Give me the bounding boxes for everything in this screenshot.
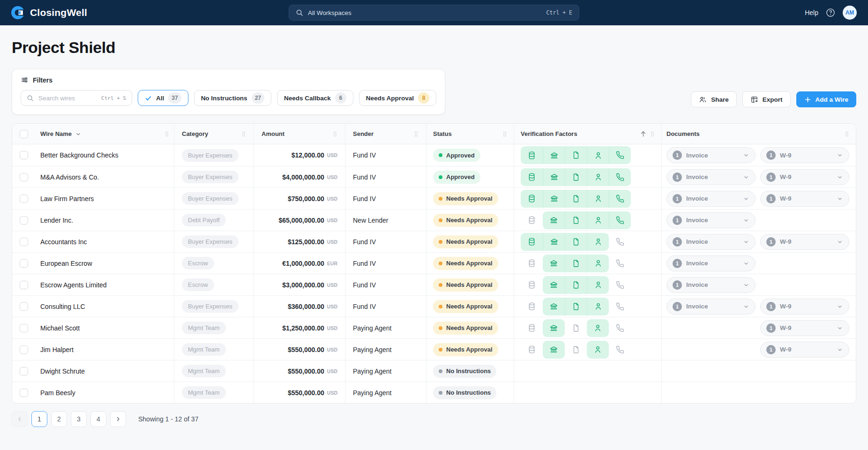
person-icon xyxy=(594,259,603,268)
row-checkbox[interactable] xyxy=(20,216,28,225)
page-button-3[interactable]: 3 xyxy=(71,411,87,427)
table-row[interactable]: Consulting LLCBuyer Expenses$360,000.00U… xyxy=(12,295,856,317)
add-wire-label: Add a Wire xyxy=(816,96,848,103)
phone-icon xyxy=(616,151,624,159)
next-page-button[interactable] xyxy=(110,411,126,427)
help-circle-icon[interactable] xyxy=(826,8,835,17)
row-checkbox[interactable] xyxy=(20,173,28,181)
help-link[interactable]: Help xyxy=(805,9,818,16)
row-checkbox[interactable] xyxy=(20,151,28,159)
filter-chip-all[interactable]: All37 xyxy=(138,90,188,106)
column-header-verification-factors[interactable]: Verification Factors xyxy=(514,124,661,144)
table-row[interactable]: Law Firm PartnersBuyer Expenses$750,000.… xyxy=(12,188,856,209)
w-9-dropdown[interactable]: 1W-9 xyxy=(760,320,849,336)
invoice-dropdown[interactable]: 1Invoice xyxy=(666,212,756,228)
w-9-dropdown[interactable]: 1W-9 xyxy=(760,191,849,207)
row-checkbox[interactable] xyxy=(20,345,28,354)
row-checkbox[interactable] xyxy=(20,195,28,203)
filter-chip-needs-callback[interactable]: Needs Callback6 xyxy=(277,90,353,106)
filter-chip-label: Needs Approval xyxy=(366,95,414,102)
invoice-dropdown[interactable]: 1Invoice xyxy=(666,191,756,207)
prev-page-button[interactable] xyxy=(12,411,28,427)
drag-handle-icon[interactable] xyxy=(241,130,246,138)
verification-factors-cell xyxy=(514,144,661,166)
table-row[interactable]: Jim HalpertMgmt Team$550,000.00USDPaying… xyxy=(12,338,856,360)
column-header-category[interactable]: Category xyxy=(174,124,254,144)
document-factor xyxy=(565,211,587,229)
avatar[interactable]: AM xyxy=(843,6,857,20)
search-wires-field[interactable]: Ctrl + S xyxy=(21,90,132,106)
drag-handle-icon[interactable] xyxy=(165,130,169,138)
status-label: Needs Approval xyxy=(446,324,493,331)
drag-handle-icon[interactable] xyxy=(502,130,507,138)
bank-factor xyxy=(543,233,565,251)
w-9-dropdown[interactable]: 1W-9 xyxy=(760,234,849,250)
column-header-wire-name[interactable]: Wire Name xyxy=(36,124,174,144)
document-slot: 1Invoice xyxy=(666,234,756,250)
row-checkbox[interactable] xyxy=(20,367,28,375)
column-header-amount[interactable]: Amount xyxy=(254,124,345,144)
table-row[interactable]: Pam BeeslyMgmt Team$550,000.00USDPaying … xyxy=(12,382,856,403)
amount-value: $4,000,000.00 xyxy=(282,173,324,181)
drag-handle-icon[interactable] xyxy=(650,130,655,138)
bank-factor xyxy=(543,168,565,186)
add-wire-button[interactable]: Add a Wire xyxy=(796,91,856,107)
page-button-1[interactable]: 1 xyxy=(31,411,47,427)
column-header-documents[interactable]: Documents xyxy=(661,124,856,144)
invoice-dropdown[interactable]: 1Invoice xyxy=(666,169,756,185)
filter-chip-label: No Instructions xyxy=(201,95,247,102)
row-checkbox-cell xyxy=(12,210,36,231)
w-9-dropdown[interactable]: 1W-9 xyxy=(760,299,849,315)
invoice-dropdown[interactable]: 1Invoice xyxy=(666,147,756,163)
document-count-badge: 1 xyxy=(766,172,776,182)
row-checkbox[interactable] xyxy=(20,259,28,268)
page-button-2[interactable]: 2 xyxy=(51,411,67,427)
w-9-dropdown[interactable]: 1W-9 xyxy=(760,342,849,358)
global-search-placeholder: All Workspaces xyxy=(308,9,352,16)
filter-chip-no-instructions[interactable]: No Instructions27 xyxy=(194,90,271,106)
table-row[interactable]: European EscrowEscrow€1,000,000.00EURFun… xyxy=(12,252,856,274)
invoice-dropdown[interactable]: 1Invoice xyxy=(666,277,756,293)
page-button-4[interactable]: 4 xyxy=(90,411,106,427)
status-dot-icon xyxy=(439,283,442,287)
row-checkbox[interactable] xyxy=(20,302,28,311)
row-checkbox[interactable] xyxy=(20,324,28,332)
table-row[interactable]: Dwight SchruteMgmt Team$550,000.00USDPay… xyxy=(12,360,856,382)
invoice-dropdown[interactable]: 1Invoice xyxy=(666,234,756,250)
table-row[interactable]: Accountants IncBuyer Expenses$125,000.00… xyxy=(12,231,856,252)
chevron-down-icon xyxy=(743,239,749,245)
export-label: Export xyxy=(763,96,783,103)
table-row[interactable]: Better Background ChecksBuyer Expenses$1… xyxy=(12,144,856,166)
row-checkbox[interactable] xyxy=(20,389,28,397)
share-button[interactable]: Share xyxy=(691,91,737,107)
category-cell: Mgmt Team xyxy=(174,317,254,338)
status-dot-icon xyxy=(439,369,442,373)
table-row[interactable]: Michael ScottMgmt Team$1,250,000.00USDPa… xyxy=(12,317,856,338)
sender-cell: Fund IV xyxy=(345,166,426,188)
drag-handle-icon[interactable] xyxy=(333,130,337,138)
drag-handle-icon[interactable] xyxy=(414,130,419,138)
brand[interactable]: ClosingWell xyxy=(11,6,87,20)
row-checkbox[interactable] xyxy=(20,281,28,289)
search-wires-input[interactable] xyxy=(37,94,97,102)
invoice-dropdown[interactable]: 1Invoice xyxy=(666,299,756,315)
table-row[interactable]: Lender Inc.Debt Payoff$65,000,000.00USDN… xyxy=(12,209,856,231)
select-all-checkbox[interactable] xyxy=(20,130,28,138)
table-row[interactable]: M&A Advisors & Co.Buyer Expenses$4,000,0… xyxy=(12,166,856,188)
column-header-status[interactable]: Status xyxy=(426,124,514,144)
table-row[interactable]: Escrow Agents LimitedEscrow$3,000,000.00… xyxy=(12,274,856,295)
chevron-down-icon[interactable] xyxy=(75,131,82,137)
bank-factor xyxy=(543,146,565,164)
arrow-up-icon[interactable] xyxy=(640,130,647,137)
amount-cell: $65,000,000.00USD xyxy=(254,210,345,231)
row-checkbox[interactable] xyxy=(20,238,28,246)
filter-chip-needs-approval[interactable]: Needs Approval8 xyxy=(359,90,436,106)
invoice-dropdown[interactable]: 1Invoice xyxy=(666,255,756,271)
drag-handle-icon[interactable] xyxy=(845,130,849,138)
global-search[interactable]: All Workspaces Ctrl + E xyxy=(289,5,579,21)
export-button[interactable]: Export xyxy=(742,91,791,107)
w-9-dropdown[interactable]: 1W-9 xyxy=(760,169,849,185)
column-header-sender[interactable]: Sender xyxy=(345,124,426,144)
w-9-dropdown[interactable]: 1W-9 xyxy=(760,147,849,163)
status-label: Needs Approval xyxy=(446,281,493,288)
